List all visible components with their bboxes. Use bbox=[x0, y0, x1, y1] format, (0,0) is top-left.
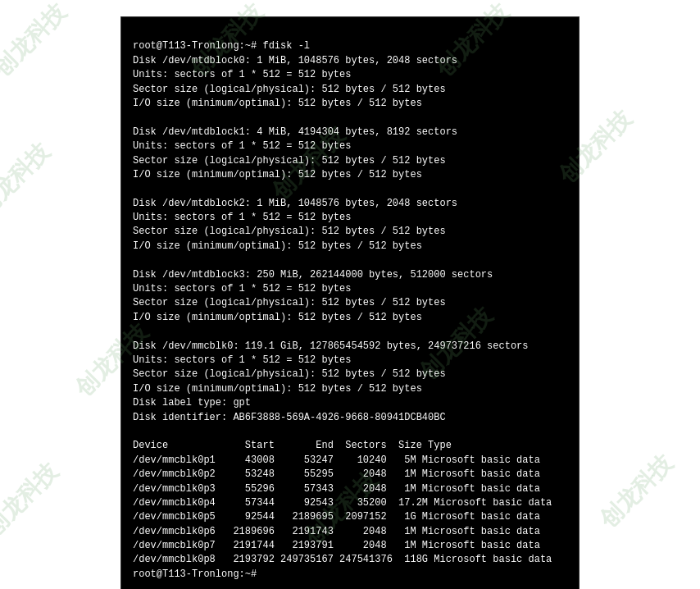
terminal-wrapper: root@T113-Tronlong:~# fdisk -l Disk /dev… bbox=[25, 16, 675, 589]
page-content: root@T113-Tronlong:~# fdisk -l Disk /dev… bbox=[0, 0, 700, 589]
terminal-output: root@T113-Tronlong:~# fdisk -l Disk /dev… bbox=[120, 16, 580, 589]
